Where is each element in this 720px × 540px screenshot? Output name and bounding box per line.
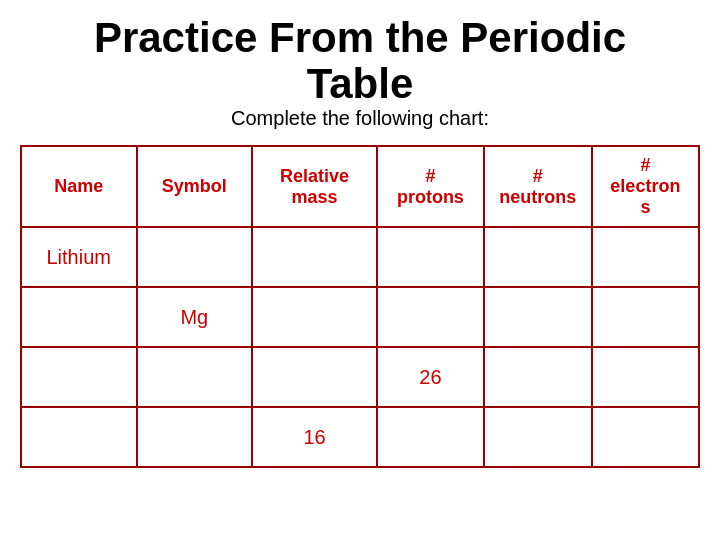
cell-electrons-2 xyxy=(592,347,699,407)
cell-protons-1 xyxy=(377,287,484,347)
periodic-table-chart: Name Symbol Relativemass #protons #neutr… xyxy=(20,145,700,468)
cell-mass-3: 16 xyxy=(252,407,377,467)
subtitle: Complete the following chart: xyxy=(231,107,489,130)
cell-symbol-2 xyxy=(137,347,253,407)
cell-name-1 xyxy=(21,287,137,347)
cell-symbol-3 xyxy=(137,407,253,467)
col-header-electrons: #electrons xyxy=(592,146,699,227)
cell-symbol-1: Mg xyxy=(137,287,253,347)
cell-neutrons-1 xyxy=(484,287,592,347)
col-header-symbol: Symbol xyxy=(137,146,253,227)
cell-neutrons-0 xyxy=(484,227,592,287)
cell-neutrons-2 xyxy=(484,347,592,407)
cell-electrons-3 xyxy=(592,407,699,467)
cell-mass-1 xyxy=(252,287,377,347)
cell-electrons-1 xyxy=(592,287,699,347)
col-header-neutrons: #neutrons xyxy=(484,146,592,227)
cell-name-2 xyxy=(21,347,137,407)
cell-neutrons-3 xyxy=(484,407,592,467)
cell-protons-0 xyxy=(377,227,484,287)
cell-electrons-0 xyxy=(592,227,699,287)
table-row: 26 xyxy=(21,347,699,407)
cell-protons-2: 26 xyxy=(377,347,484,407)
cell-mass-0 xyxy=(252,227,377,287)
cell-name-0: Lithium xyxy=(21,227,137,287)
cell-mass-2 xyxy=(252,347,377,407)
table-row: Lithium xyxy=(21,227,699,287)
col-header-name: Name xyxy=(21,146,137,227)
title-line2: Table xyxy=(307,60,414,107)
cell-symbol-0 xyxy=(137,227,253,287)
title-line1: Practice From the Periodic xyxy=(94,14,626,61)
col-header-protons: #protons xyxy=(377,146,484,227)
col-header-mass: Relativemass xyxy=(252,146,377,227)
table-row: 16 xyxy=(21,407,699,467)
page-container: Practice From the Periodic Table Complet… xyxy=(0,0,720,540)
cell-name-3 xyxy=(21,407,137,467)
table-row: Mg xyxy=(21,287,699,347)
main-title: Practice From the Periodic Table xyxy=(94,15,626,107)
table-header-row: Name Symbol Relativemass #protons #neutr… xyxy=(21,146,699,227)
cell-protons-3 xyxy=(377,407,484,467)
